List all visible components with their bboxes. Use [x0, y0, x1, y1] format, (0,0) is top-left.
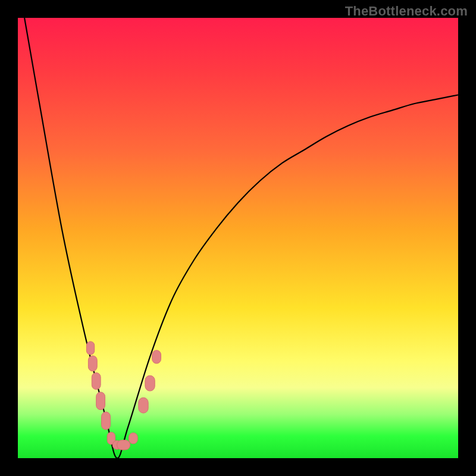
- probe-point: [92, 372, 101, 389]
- probe-point: [145, 375, 155, 391]
- watermark-text: TheBottleneck.com: [345, 4, 468, 19]
- plot-area: [18, 18, 458, 458]
- probe-point: [152, 350, 161, 364]
- probe-point: [112, 440, 121, 449]
- chart-frame: TheBottleneck.com: [0, 0, 476, 476]
- probe-point: [139, 397, 148, 413]
- probe-point: [88, 356, 97, 371]
- probe-point: [96, 392, 105, 410]
- probe-point: [102, 412, 111, 430]
- bottleneck-curve: [24, 18, 458, 458]
- chart-overlay: [18, 18, 458, 458]
- probe-point: [107, 432, 115, 444]
- probe-point: [117, 440, 130, 450]
- probe-point: [129, 433, 138, 444]
- probe-point: [86, 342, 94, 355]
- probe-points-group: [86, 342, 161, 450]
